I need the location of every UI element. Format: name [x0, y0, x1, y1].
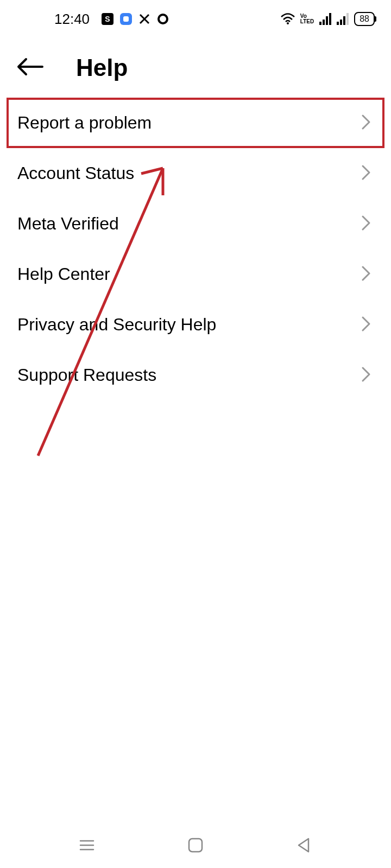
status-right: VoLTED 88: [281, 12, 375, 26]
menu-item-account-status[interactable]: Account Status: [0, 148, 391, 199]
status-bar: 12:40 S VoLTED 88: [0, 0, 391, 38]
home-button[interactable]: [186, 835, 205, 857]
back-button[interactable]: [294, 835, 314, 857]
chevron-right-icon: [361, 265, 371, 284]
menu-item-label: Help Center: [17, 264, 110, 284]
header: Help: [0, 38, 391, 92]
app-icon-s: S: [102, 13, 113, 25]
menu-item-support-requests[interactable]: Support Requests: [0, 350, 391, 400]
chevron-right-icon: [361, 164, 371, 183]
chevron-right-icon: [361, 113, 371, 133]
back-arrow-icon[interactable]: [16, 56, 43, 80]
menu-item-label: Account Status: [17, 163, 134, 183]
menu-item-label: Privacy and Security Help: [17, 315, 216, 335]
menu-item-help-center[interactable]: Help Center: [0, 249, 391, 299]
menu-item-report-problem[interactable]: Report a problem: [7, 98, 384, 148]
chevron-right-icon: [361, 315, 371, 335]
signal-bars-2: [337, 13, 349, 25]
android-nav-bar: [0, 825, 391, 868]
app-icon-o: [157, 13, 169, 25]
chevron-right-icon: [361, 366, 371, 385]
signal-bars-1: [319, 13, 331, 25]
menu-item-label: Report a problem: [17, 113, 152, 133]
wifi-icon: [281, 13, 295, 25]
menu-item-label: Support Requests: [17, 365, 156, 385]
status-left: 12:40 S: [54, 11, 169, 28]
menu-item-label: Meta Verified: [17, 214, 119, 234]
menu-item-meta-verified[interactable]: Meta Verified: [0, 199, 391, 249]
volte-indicator: VoLTED: [300, 14, 314, 24]
svg-text:S: S: [105, 15, 110, 23]
chevron-right-icon: [361, 214, 371, 234]
recent-apps-button[interactable]: [77, 835, 97, 857]
app-icon-x: [138, 13, 150, 25]
svg-point-4: [159, 15, 167, 23]
status-time: 12:40: [54, 11, 90, 28]
battery-indicator: 88: [354, 12, 375, 26]
app-icon-square: [120, 13, 132, 25]
menu-list: Report a problem Account Status Meta Ver…: [0, 92, 391, 406]
svg-point-5: [287, 22, 289, 24]
menu-item-privacy-security[interactable]: Privacy and Security Help: [0, 299, 391, 350]
page-title: Help: [76, 54, 128, 81]
svg-rect-3: [123, 16, 129, 22]
svg-rect-6: [189, 839, 202, 852]
